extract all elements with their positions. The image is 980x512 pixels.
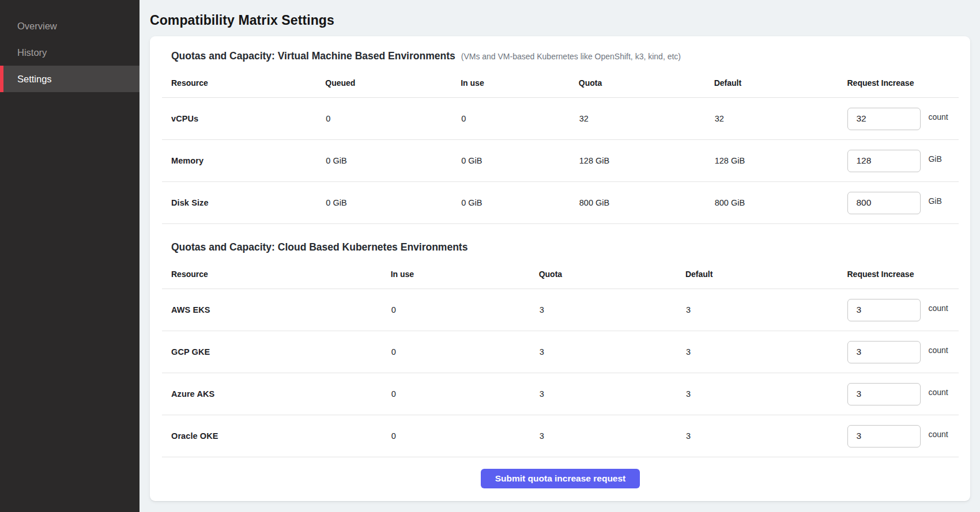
col-header-in-use: In use bbox=[391, 257, 539, 289]
request-increase-cell: GiB bbox=[847, 192, 958, 214]
default-value: 3 bbox=[685, 289, 847, 331]
col-header-request-increase: Request Increase bbox=[847, 66, 959, 98]
unit-label: GiB bbox=[928, 154, 941, 164]
quota-value: 3 bbox=[539, 373, 685, 415]
unit-label: GiB bbox=[928, 196, 941, 206]
request-increase-cell: count bbox=[847, 108, 958, 130]
table-row-vcpus: vCPUs 0 0 32 32 count bbox=[162, 98, 959, 140]
vm-section-title: Quotas and Capacity: Virtual Machine Bas… bbox=[171, 50, 455, 62]
in-use-value: 0 GiB bbox=[461, 182, 579, 224]
settings-card: Quotas and Capacity: Virtual Machine Bas… bbox=[150, 36, 970, 501]
in-use-value: 0 bbox=[461, 98, 579, 140]
default-value: 32 bbox=[714, 98, 847, 140]
in-use-value: 0 bbox=[391, 289, 539, 331]
vcpus-request-input[interactable] bbox=[847, 108, 921, 130]
cloud-section-header: Quotas and Capacity: Cloud Based Kuberne… bbox=[171, 241, 959, 253]
request-increase-cell: count bbox=[847, 383, 958, 405]
col-header-queued: Queued bbox=[325, 66, 461, 98]
col-header-quota: Quota bbox=[539, 257, 685, 289]
sidebar-item-label: History bbox=[17, 47, 47, 58]
default-value: 128 GiB bbox=[714, 140, 847, 182]
default-value: 3 bbox=[685, 415, 847, 457]
quota-value: 800 GiB bbox=[579, 182, 714, 224]
resource-label: GCP GKE bbox=[162, 331, 391, 373]
vm-section-header: Quotas and Capacity: Virtual Machine Bas… bbox=[171, 50, 959, 62]
unit-label: count bbox=[928, 112, 948, 122]
resource-label: Oracle OKE bbox=[162, 415, 391, 457]
default-value: 800 GiB bbox=[714, 182, 847, 224]
vm-table-header-row: Resource Queued In use Quota Default Req… bbox=[162, 66, 959, 98]
gcp-gke-request-input[interactable] bbox=[847, 341, 921, 363]
memory-request-input[interactable] bbox=[847, 150, 921, 172]
submit-quota-increase-button[interactable]: Submit quota increase request bbox=[481, 469, 640, 488]
table-row-disk-size: Disk Size 0 GiB 0 GiB 800 GiB 800 GiB Gi… bbox=[162, 182, 959, 224]
table-row-memory: Memory 0 GiB 0 GiB 128 GiB 128 GiB GiB bbox=[162, 140, 959, 182]
queued-value: 0 GiB bbox=[325, 140, 461, 182]
queued-value: 0 GiB bbox=[325, 182, 461, 224]
request-increase-cell: count bbox=[847, 341, 958, 363]
quota-value: 3 bbox=[539, 331, 685, 373]
request-increase-cell: GiB bbox=[847, 150, 958, 172]
default-value: 3 bbox=[685, 373, 847, 415]
unit-label: count bbox=[928, 346, 948, 355]
in-use-value: 0 bbox=[391, 331, 539, 373]
cloud-quota-table: Resource In use Quota Default Request In… bbox=[162, 257, 959, 457]
queued-value: 0 bbox=[325, 98, 461, 140]
in-use-value: 0 bbox=[391, 415, 539, 457]
cloud-table-header-row: Resource In use Quota Default Request In… bbox=[162, 257, 959, 289]
resource-label: Azure AKS bbox=[162, 373, 391, 415]
col-header-request-increase: Request Increase bbox=[847, 257, 959, 289]
col-header-default: Default bbox=[685, 257, 847, 289]
resource-label: Disk Size bbox=[162, 182, 325, 224]
page-title: Compatibility Matrix Settings bbox=[150, 10, 970, 30]
sidebar: Overview History Settings bbox=[0, 0, 140, 512]
quota-value: 3 bbox=[539, 415, 685, 457]
unit-label: count bbox=[928, 388, 948, 397]
sidebar-item-overview[interactable]: Overview bbox=[0, 13, 140, 39]
request-increase-cell: count bbox=[847, 299, 958, 321]
col-header-in-use: In use bbox=[461, 66, 579, 98]
default-value: 3 bbox=[685, 331, 847, 373]
resource-label: vCPUs bbox=[162, 98, 325, 140]
col-header-resource: Resource bbox=[162, 257, 391, 289]
sidebar-item-label: Overview bbox=[17, 21, 57, 32]
vm-section-subtitle: (VMs and VM-based Kubernetes like OpenSh… bbox=[461, 52, 681, 61]
sidebar-item-history[interactable]: History bbox=[0, 39, 140, 66]
vm-quota-table: Resource Queued In use Quota Default Req… bbox=[162, 66, 959, 224]
table-row-aws-eks: AWS EKS 0 3 3 count bbox=[162, 289, 959, 331]
table-row-azure-aks: Azure AKS 0 3 3 count bbox=[162, 373, 959, 415]
col-header-default: Default bbox=[714, 66, 847, 98]
resource-label: AWS EKS bbox=[162, 289, 391, 331]
aws-eks-request-input[interactable] bbox=[847, 299, 921, 321]
quota-value: 3 bbox=[539, 289, 685, 331]
quota-value: 128 GiB bbox=[579, 140, 714, 182]
azure-aks-request-input[interactable] bbox=[847, 383, 921, 405]
main-content: Compatibility Matrix Settings Quotas and… bbox=[140, 0, 980, 512]
col-header-resource: Resource bbox=[162, 66, 325, 98]
sidebar-item-settings[interactable]: Settings bbox=[0, 66, 140, 92]
request-increase-cell: count bbox=[847, 425, 958, 447]
table-row-oracle-oke: Oracle OKE 0 3 3 count bbox=[162, 415, 959, 457]
oracle-oke-request-input[interactable] bbox=[847, 425, 921, 447]
disk-size-request-input[interactable] bbox=[847, 192, 921, 214]
in-use-value: 0 GiB bbox=[461, 140, 579, 182]
col-header-quota: Quota bbox=[579, 66, 714, 98]
quota-value: 32 bbox=[579, 98, 714, 140]
resource-label: Memory bbox=[162, 140, 325, 182]
card-footer: Submit quota increase request bbox=[162, 469, 959, 488]
table-row-gcp-gke: GCP GKE 0 3 3 count bbox=[162, 331, 959, 373]
unit-label: count bbox=[928, 304, 948, 313]
cloud-section-title: Quotas and Capacity: Cloud Based Kuberne… bbox=[171, 241, 468, 253]
sidebar-item-label: Settings bbox=[17, 74, 52, 85]
in-use-value: 0 bbox=[391, 373, 539, 415]
unit-label: count bbox=[928, 430, 948, 439]
